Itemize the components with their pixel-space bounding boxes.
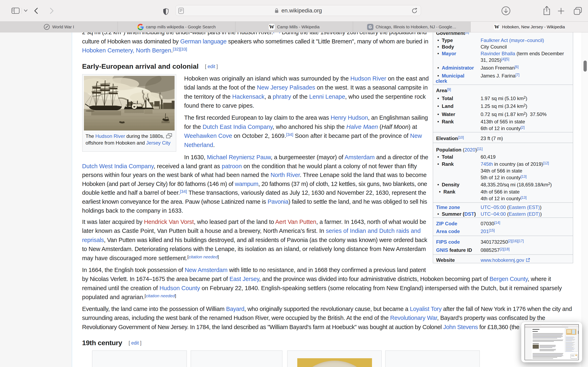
wiki-link[interactable]: Lenni Lenape — [309, 93, 345, 100]
wiki-link[interactable]: Weehawken Cove — [184, 133, 232, 139]
gallery-box-1[interactable] — [92, 350, 187, 367]
wiki-redlink[interactable]: Aert Van Putten — [275, 218, 316, 225]
reference-superscript[interactable]: [34] — [286, 132, 293, 137]
wiki-link[interactable]: Bergen County — [490, 276, 528, 282]
wiki-link[interactable]: Dutch West India Company — [82, 163, 154, 169]
wiki-link[interactable]: Netherland — [184, 142, 213, 148]
reference-superscript[interactable]: [13] — [521, 175, 527, 179]
wiki-link[interactable]: Henry Hudson — [330, 114, 368, 121]
wiki-link[interactable]: GNIS — [436, 247, 448, 253]
wiki-link[interactable]: Eastern (EST) — [509, 205, 540, 210]
tab-overview-button[interactable] — [573, 7, 582, 15]
wiki-link[interactable]: Hudson County — [159, 285, 200, 291]
downloads-button[interactable] — [501, 6, 511, 16]
reference-superscript[interactable]: [6] — [515, 65, 519, 69]
wiki-link[interactable]: Hudson River — [350, 75, 386, 82]
wiki-link[interactable]: edit — [208, 64, 215, 69]
wiki-link[interactable]: Pavonia — [268, 198, 288, 205]
wiki-link[interactable]: ZIP Code — [436, 221, 457, 226]
citation-needed-superscript[interactable]: [citation needed] — [187, 254, 219, 259]
reference-superscript[interactable]: [9] — [447, 87, 451, 92]
reference-superscript[interactable]: [2][18] — [500, 247, 510, 251]
wiki-link[interactable]: Dutch East India Company — [203, 124, 273, 130]
wiki-link[interactable]: Jersey City — [146, 140, 171, 146]
wiki-link[interactable]: Amsterdam — [345, 154, 375, 160]
reference-superscript[interactable]: [8] — [465, 33, 469, 34]
gallery-box-3[interactable] — [287, 350, 381, 367]
forward-button[interactable] — [49, 7, 55, 14]
reference-superscript[interactable]: [34] — [180, 189, 187, 194]
wiki-link[interactable]: John Stevens — [443, 324, 478, 330]
reference-superscript[interactable]: [7] — [516, 73, 519, 77]
back-button[interactable] — [33, 7, 39, 14]
sidebar-chevron-button[interactable] — [24, 9, 28, 12]
wiki-link[interactable]: Bayard — [226, 306, 244, 312]
wiki-link[interactable]: East Jersey — [229, 276, 259, 282]
reference-superscript[interactable]: [32][33] — [173, 47, 187, 51]
screenshot-preview[interactable] — [521, 322, 582, 362]
tab-world-war-i[interactable]: World War I — [0, 22, 118, 32]
scrollbar-thumb[interactable] — [584, 60, 587, 72]
reference-superscript[interactable]: [31] — [273, 33, 280, 33]
wiki-link[interactable]: Municipal — [442, 73, 465, 78]
wiki-link[interactable]: Michael Reyniersz Pauw — [207, 154, 271, 160]
reload-button[interactable] — [411, 7, 418, 14]
wiki-link[interactable]: Administrator — [442, 65, 474, 71]
tab-chicago-illinois-to-hoboken-nj-google[interactable]: GChicago, Illinois to Hoboken, NJ - Goog… — [353, 22, 470, 32]
reference-superscript[interactable]: [11] — [477, 147, 483, 151]
address-bar[interactable]: en.wikipedia.org — [175, 5, 421, 16]
tab-hoboken-new-jersey-wikipedia[interactable]: WHoboken, New Jersey - Wikipedia — [470, 22, 588, 32]
scrollbar-track[interactable] — [582, 33, 588, 367]
tab-camp-mills-wikipedia[interactable]: WCamp Mills - Wikipedia — [235, 22, 353, 32]
wiki-link[interactable]: New Jersey Palisades — [257, 84, 315, 91]
wiki-link[interactable]: Eastern (EDT) — [509, 211, 540, 217]
wiki-link[interactable]: patroon — [222, 163, 242, 169]
privacy-report-button[interactable] — [163, 8, 169, 15]
reference-superscript[interactable]: [14] — [494, 221, 500, 225]
reference-superscript[interactable]: [4][5] — [501, 57, 509, 61]
reference-superscript[interactable]: [2][16][17] — [508, 239, 524, 243]
wiki-link[interactable]: Time zone — [436, 205, 460, 210]
thumb-expand-icon[interactable] — [166, 133, 172, 140]
wiki-link[interactable]: 745th — [481, 161, 493, 167]
citation-needed-superscript[interactable]: [citation needed] — [145, 293, 176, 298]
wiki-link[interactable]: series of Indian and Dutch raids and — [326, 227, 421, 234]
sidebar-button[interactable] — [11, 8, 20, 14]
tab-camp-mills-wikipedia-google-search[interactable]: camp mills wikipedia - Google Search — [118, 22, 235, 32]
wiki-link[interactable]: Area code — [436, 229, 460, 234]
wiki-link[interactable]: German language — [180, 38, 227, 45]
wiki-link[interactable]: Hackensack — [232, 93, 264, 100]
wiki-link[interactable]: 201 — [481, 229, 489, 234]
wiki-redlink[interactable]: Hendrick Van Vorst — [144, 218, 194, 225]
wiki-link[interactable]: North River — [270, 172, 300, 178]
wiki-link[interactable]: FIPS code — [436, 239, 460, 245]
gallery-box-4[interactable] — [385, 350, 480, 367]
wiki-link[interactable]: New Amsterdam — [185, 267, 227, 273]
wiki-link[interactable]: clerk — [436, 78, 447, 84]
share-button[interactable] — [543, 6, 551, 16]
reference-superscript[interactable]: [2] — [521, 125, 525, 129]
reference-superscript[interactable]: [13] — [521, 196, 527, 200]
wiki-link[interactable]: Hudson River — [95, 133, 125, 139]
wiki-link[interactable]: New — [410, 133, 422, 139]
wiki-link[interactable]: UTC−04:00 — [481, 211, 506, 217]
wiki-link[interactable]: Revolutionary War — [390, 315, 437, 321]
reference-superscript[interactable]: [15] — [489, 228, 495, 233]
new-tab-button[interactable] — [558, 8, 564, 15]
wiki-link[interactable]: www.hobokennj.gov — [481, 257, 524, 263]
wiki-link[interactable]: UTC−05:00 — [481, 205, 506, 210]
wiki-link[interactable]: 2020 — [465, 147, 475, 152]
wiki-link[interactable]: edit — [131, 340, 139, 346]
wiki-link[interactable]: Faulkner Act (mayor–council) — [481, 38, 544, 43]
wiki-link[interactable]: Ravinder Bhalla — [481, 51, 515, 56]
wiki-link[interactable]: DST — [464, 211, 474, 217]
wiki-link[interactable]: Loyalist Tory — [410, 306, 441, 312]
wiki-link[interactable]: Halve Maen — [346, 124, 378, 130]
wiki-link[interactable]: reprisals — [82, 237, 104, 243]
wiki-link[interactable]: Mayor — [442, 51, 456, 56]
gallery-box-2[interactable] — [191, 350, 282, 367]
reference-superscript[interactable]: [12] — [543, 161, 549, 165]
wiki-link[interactable]: wampum — [235, 181, 258, 187]
reference-superscript[interactable]: [10] — [458, 135, 464, 140]
wiki-link[interactable]: Hoboken Cemetery, North Bergen — [82, 47, 171, 54]
